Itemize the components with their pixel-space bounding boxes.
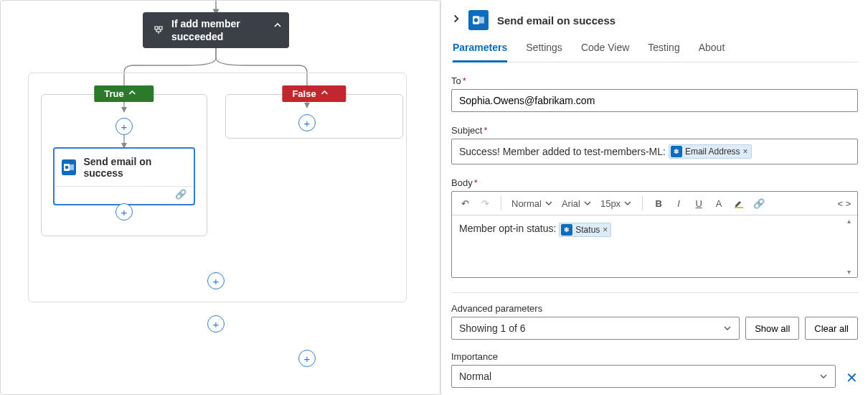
- condition-title: If add member succeeded: [171, 17, 265, 43]
- to-input[interactable]: [451, 89, 858, 112]
- tab-testing[interactable]: Testing: [648, 42, 679, 62]
- chevron-down-icon: [723, 324, 732, 333]
- action-card-send-email[interactable]: Send email on success 🔗: [53, 147, 195, 205]
- style-dropdown[interactable]: Normal: [509, 197, 556, 210]
- code-toggle-icon[interactable]: < >: [836, 195, 853, 212]
- tab-about[interactable]: About: [699, 42, 725, 62]
- svg-rect-4: [70, 164, 74, 170]
- importance-label: Importance: [451, 351, 858, 362]
- svg-rect-8: [735, 207, 743, 208]
- subject-input[interactable]: Success! Member added to test-members-ML…: [451, 139, 858, 164]
- highlight-icon[interactable]: [730, 195, 747, 212]
- branch-false-box: False: [225, 94, 403, 139]
- advanced-label: Advanced parameters: [451, 303, 858, 314]
- chevron-down-icon: [819, 372, 828, 381]
- condition-card[interactable]: If add member succeeded: [143, 12, 289, 48]
- font-dropdown[interactable]: Arial: [559, 197, 595, 210]
- remove-parameter-button[interactable]: ✕: [843, 366, 858, 386]
- chevron-up-icon: [128, 88, 137, 99]
- body-label: Body*: [451, 177, 858, 188]
- svg-point-3: [65, 166, 69, 169]
- workflow-canvas[interactable]: If add member succeeded True + Send emai…: [0, 0, 440, 395]
- tab-settings[interactable]: Settings: [526, 42, 562, 62]
- font-color-icon[interactable]: A: [710, 195, 727, 212]
- chevron-up-icon[interactable]: [273, 19, 282, 32]
- branch-true-label[interactable]: True: [94, 85, 154, 102]
- chevron-up-icon: [321, 88, 329, 99]
- add-action-button[interactable]: +: [115, 203, 133, 220]
- bold-icon[interactable]: B: [650, 195, 667, 212]
- tab-bar: Parameters Settings Code View Testing Ab…: [451, 40, 858, 62]
- add-action-button[interactable]: +: [298, 114, 316, 131]
- outlook-icon: [468, 10, 489, 30]
- add-action-button[interactable]: +: [115, 118, 133, 135]
- italic-icon[interactable]: I: [670, 195, 687, 212]
- redo-icon[interactable]: ↷: [476, 195, 494, 212]
- underline-icon[interactable]: U: [690, 195, 707, 212]
- subject-label: Subject*: [451, 125, 858, 136]
- show-all-button[interactable]: Show all: [745, 317, 799, 340]
- action-title: Send email on success: [83, 156, 187, 179]
- token-email-address[interactable]: ✽ Email Address ×: [669, 144, 752, 159]
- close-icon[interactable]: ×: [603, 225, 608, 235]
- mailchimp-icon: ✽: [561, 224, 572, 236]
- body-editor: ↶ ↷ Normal Arial 15px B I U A 🔗 < > Memb…: [451, 191, 858, 278]
- add-action-button[interactable]: +: [207, 315, 225, 333]
- editor-toolbar: ↶ ↷ Normal Arial 15px B I U A 🔗 < >: [452, 192, 857, 215]
- link-icon[interactable]: 🔗: [175, 189, 187, 200]
- tab-parameters[interactable]: Parameters: [453, 42, 507, 62]
- undo-icon[interactable]: ↶: [456, 195, 473, 212]
- scrollbar[interactable]: ▴▾: [847, 217, 856, 276]
- token-status[interactable]: ✽ Status ×: [559, 223, 611, 237]
- details-panel: Send email on success Parameters Setting…: [440, 0, 868, 395]
- add-action-button[interactable]: +: [298, 350, 316, 367]
- add-action-button[interactable]: +: [207, 272, 225, 289]
- size-dropdown[interactable]: 15px: [598, 197, 635, 210]
- importance-dropdown[interactable]: Normal: [451, 365, 836, 388]
- to-label: To*: [451, 75, 858, 86]
- svg-rect-7: [479, 17, 484, 23]
- branch-false-label[interactable]: False: [282, 85, 346, 102]
- link-icon[interactable]: 🔗: [750, 195, 768, 212]
- advanced-dropdown[interactable]: Showing 1 of 6: [451, 317, 740, 340]
- body-text: Member opt-in status:: [459, 223, 559, 234]
- chevron-right-icon[interactable]: [451, 14, 466, 27]
- tab-code-view[interactable]: Code View: [581, 42, 629, 62]
- outlook-icon: [62, 159, 76, 175]
- clear-all-button[interactable]: Clear all: [805, 317, 858, 340]
- close-icon[interactable]: ×: [743, 147, 748, 157]
- body-textarea[interactable]: Member opt-in status: ✽ Status × ▴▾: [452, 215, 857, 277]
- mailchimp-icon: ✽: [671, 146, 682, 157]
- panel-title: Send email on success: [497, 14, 615, 27]
- subject-text: Success! Member added to test-members-ML…: [459, 146, 666, 157]
- branch-icon: [153, 24, 164, 37]
- svg-point-6: [474, 18, 478, 22]
